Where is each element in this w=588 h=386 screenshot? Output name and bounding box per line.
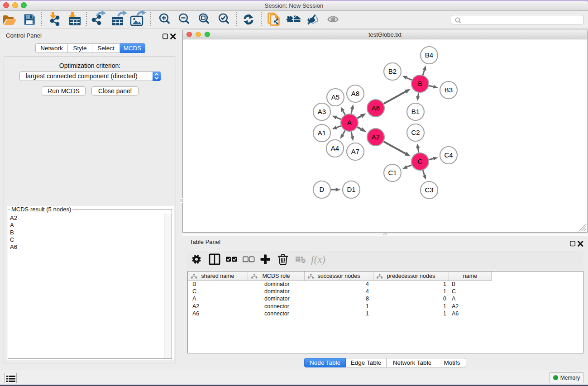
svg-text:C3: C3 (425, 186, 433, 194)
svg-text:D: D (320, 186, 325, 193)
svg-text:B2: B2 (388, 67, 397, 75)
svg-text:A5: A5 (331, 93, 339, 101)
svg-text:C2: C2 (411, 129, 420, 136)
svg-text:C4: C4 (444, 151, 453, 159)
svg-text:A4: A4 (331, 144, 339, 152)
svg-text:A3: A3 (318, 108, 326, 115)
svg-text:B1: B1 (411, 108, 420, 115)
svg-text:A: A (347, 119, 352, 126)
svg-text:C: C (418, 157, 423, 165)
svg-text:A2: A2 (372, 133, 380, 141)
svg-text:D1: D1 (347, 186, 355, 193)
svg-text:B3: B3 (445, 86, 453, 94)
svg-text:A7: A7 (351, 148, 359, 155)
svg-text:A6: A6 (372, 104, 380, 112)
svg-text:C1: C1 (388, 169, 397, 176)
svg-text:B: B (418, 80, 422, 87)
svg-text:A1: A1 (318, 129, 326, 137)
svg-text:f(x): f(x) (311, 254, 325, 265)
svg-text:B4: B4 (425, 51, 433, 59)
svg-text:A8: A8 (351, 90, 359, 97)
